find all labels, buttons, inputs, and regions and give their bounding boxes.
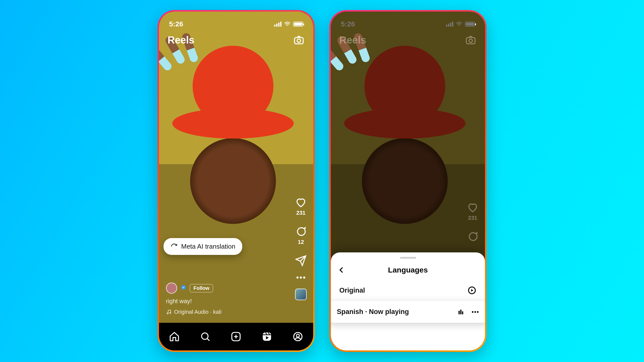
action-rail: 231 [467,202,478,242]
svg-rect-0 [295,37,303,44]
status-time: 5:26 [169,20,183,28]
svg-point-14 [469,39,472,42]
language-label: Original [339,287,365,294]
author-row[interactable]: Follow [166,283,283,294]
svg-point-1 [297,39,300,42]
profile-icon[interactable] [292,331,303,342]
status-time: 5:26 [341,20,355,28]
caption-text: right way! [166,298,283,305]
reels-tab-icon[interactable] [261,331,272,342]
wifi-icon [456,22,462,27]
play-circle-icon[interactable] [467,286,476,295]
reels-header: Reels [331,34,485,46]
language-option-original[interactable]: Original [331,280,485,301]
back-icon[interactable] [338,266,345,274]
pill-label: Meta AI translation [181,243,235,250]
audio-label: Original Audio · kali [174,309,221,315]
svg-point-20 [474,311,476,313]
bottom-nav [159,323,313,350]
battery-icon [465,22,475,27]
svg-point-7 [170,312,171,313]
svg-point-2 [296,277,299,279]
svg-point-12 [296,334,299,337]
comment-count: 12 [298,239,304,245]
cellular-icon [274,22,281,27]
language-label: Spanish · Now playing [337,308,409,316]
svg-rect-18 [462,311,463,314]
meta-ai-translation-pill[interactable]: Meta AI translation [164,238,242,255]
like-count: 231 [468,215,477,221]
like-count: 231 [296,210,306,216]
reels-header: Reels [159,34,313,46]
svg-point-21 [477,311,479,313]
reels-title: Reels [339,34,366,46]
author-avatar[interactable] [166,283,177,294]
cellular-icon [446,22,453,27]
follow-button[interactable]: Follow [190,284,213,292]
status-bar: 5:26 [159,19,313,30]
battery-icon [293,22,303,27]
phone-left: 5:26 Reels 231 12 [157,10,315,352]
camera-icon[interactable] [293,34,305,46]
create-icon[interactable] [230,331,242,342]
audio-thumbnail[interactable] [295,289,307,300]
svg-rect-13 [466,37,475,44]
caption-area: Follow right way! Original Audio · kali [166,283,283,315]
like-button[interactable]: 231 [295,197,307,216]
sheet-grabber[interactable] [400,257,416,259]
search-icon[interactable] [200,331,211,342]
more-button[interactable] [296,276,306,279]
phone-right: 5:26 Reels 231 Languages [329,10,487,352]
sheet-title: Languages [388,266,428,274]
svg-rect-16 [459,311,460,314]
svg-rect-10 [263,333,271,341]
screen: 5:26 Reels 231 12 [159,12,313,350]
svg-point-5 [181,285,186,290]
music-note-icon [166,309,172,315]
svg-point-6 [167,313,168,314]
comment-button[interactable]: 12 [295,226,307,245]
status-bar: 5:26 [331,19,485,30]
more-icon[interactable] [471,311,479,313]
language-option-spanish[interactable]: Spanish · Now playing [331,301,485,323]
svg-rect-17 [460,309,462,314]
verified-icon [181,285,186,292]
svg-point-3 [300,277,302,279]
language-sheet: Languages Original Spanish · Now playing [331,252,485,350]
like-button[interactable]: 231 [467,202,478,221]
svg-point-8 [202,333,208,339]
wifi-icon [284,22,291,27]
refresh-icon [171,243,178,250]
now-playing-bars-icon [457,308,464,315]
comment-button[interactable] [467,231,478,242]
home-icon[interactable] [169,331,180,342]
svg-point-19 [472,311,474,313]
screen: 5:26 Reels 231 Languages [331,12,485,350]
reels-title: Reels [168,34,194,46]
audio-row[interactable]: Original Audio · kali [166,309,283,315]
share-button[interactable] [295,255,307,266]
sheet-header: Languages [331,264,485,280]
svg-point-4 [303,277,305,279]
action-rail: 231 12 [295,197,307,300]
camera-icon[interactable] [465,34,476,46]
